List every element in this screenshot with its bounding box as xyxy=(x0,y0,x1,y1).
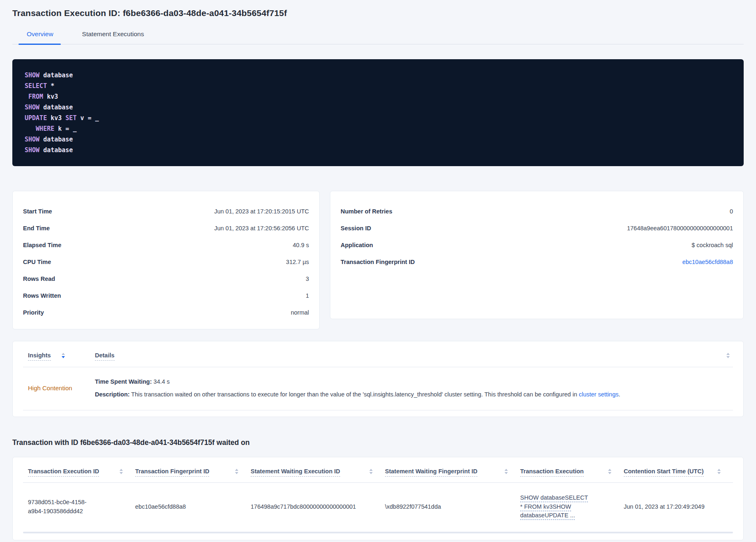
sql-text: database xyxy=(39,72,73,79)
detail-row-application: Application$ cockroach sql xyxy=(341,236,733,253)
time-spent-waiting-label: Time Spent Waiting: xyxy=(95,378,152,385)
summary-cards: Start TimeJun 01, 2023 at 17:20:15:2015 … xyxy=(12,191,744,329)
sql-text: kv3 xyxy=(47,114,65,122)
detail-row-priority: Prioritynormal xyxy=(23,304,309,321)
sql-keyword: WHERE xyxy=(36,125,54,132)
detail-value: Jun 01, 2023 at 17:20:15:2015 UTC xyxy=(214,208,309,215)
column-label[interactable]: Transaction Execution ID xyxy=(28,468,99,477)
detail-row-transaction-fingerprint-id: Transaction Fingerprint IDebc10ae56cfd88… xyxy=(341,253,733,270)
sort-icon[interactable] xyxy=(62,353,65,358)
page-title: Transaction Execution ID: f6be6366-da03-… xyxy=(12,0,744,18)
sort-up-arrow xyxy=(505,469,508,471)
sort-icon[interactable] xyxy=(235,469,238,474)
detail-row-session-id: Session ID17648a9eea60178000000000000000… xyxy=(341,220,733,236)
cell-statement-waiting-fingerprint-id: \xdb8922f077541dda xyxy=(385,502,520,511)
sort-icon[interactable] xyxy=(505,469,508,474)
sql-keyword: SELECT xyxy=(25,82,47,90)
session-details-card: Number of Retries0Session ID17648a9eea60… xyxy=(330,191,744,319)
detail-value: 17648a9eea6017800000000000000001 xyxy=(627,225,733,232)
column-header-transaction-execution-id: Transaction Execution ID xyxy=(23,468,135,477)
insights-card: Insights Details High Contention Time Sp… xyxy=(12,341,744,417)
column-label[interactable]: Contention Start Time (UTC) xyxy=(624,468,704,477)
sql-statements-block: SHOW databaseSELECT * FROM kv3SHOW datab… xyxy=(12,59,744,166)
tab-statement-executions[interactable]: Statement Executions xyxy=(82,30,144,44)
sort-icon[interactable] xyxy=(717,469,721,474)
detail-label: End Time xyxy=(23,225,50,232)
sort-down-arrow xyxy=(369,472,373,474)
detail-label: Application xyxy=(341,242,373,248)
sql-text xyxy=(25,93,28,100)
details-column-label[interactable]: Details xyxy=(95,352,115,361)
sort-icon[interactable] xyxy=(608,469,611,474)
sql-line: SHOW database xyxy=(25,102,731,113)
cell-contention-start-time: Jun 01, 2023 at 17:20:49:2049 xyxy=(624,502,733,511)
description-text: This transaction waited on other transac… xyxy=(130,391,579,398)
sort-down-arrow xyxy=(608,472,611,474)
sort-up-arrow xyxy=(608,469,611,471)
insights-column-label[interactable]: Insights xyxy=(28,352,51,361)
detail-label: Session ID xyxy=(341,225,371,232)
table-bottom-divider xyxy=(23,532,733,533)
sql-text: database xyxy=(39,136,73,143)
sort-icon[interactable] xyxy=(369,469,373,474)
transaction-fingerprint-link[interactable]: ebc10ae56cfd88a8 xyxy=(682,259,733,265)
cell-transaction-execution-id: 9738d051-bc0e-4158-a9b4-1903586ddd42 xyxy=(23,498,110,516)
waited-on-table-card: Transaction Execution IDTransaction Fing… xyxy=(12,457,744,540)
description-label: Description: xyxy=(95,391,130,398)
detail-label: Rows Written xyxy=(23,292,61,299)
transaction-execution-link[interactable]: SHOW databaseSELECT * FROM kv3SHOW datab… xyxy=(520,493,591,520)
waited-on-table-header: Transaction Execution IDTransaction Fing… xyxy=(23,468,733,483)
detail-value: 40.9 s xyxy=(293,242,309,248)
sort-up-arrow xyxy=(235,469,238,471)
detail-row-end-time: End TimeJun 01, 2023 at 17:20:56:2056 UT… xyxy=(23,220,309,236)
detail-label: Transaction Fingerprint ID xyxy=(341,259,415,265)
sort-down-arrow xyxy=(235,472,238,474)
cluster-settings-link[interactable]: cluster settings xyxy=(579,391,619,398)
insights-table-header: Insights Details xyxy=(23,352,733,367)
sql-text: database xyxy=(39,104,73,111)
table-row: 9738d051-bc0e-4158-a9b4-1903586ddd42ebc1… xyxy=(23,483,733,532)
sql-text: * xyxy=(47,82,54,90)
sort-up-arrow xyxy=(120,469,123,471)
detail-row-rows-read: Rows Read3 xyxy=(23,270,309,287)
sort-icon[interactable] xyxy=(120,469,123,474)
sort-down-arrow xyxy=(120,472,123,474)
detail-row-cpu-time: CPU Time312.7 µs xyxy=(23,253,309,270)
sql-text: k = _ xyxy=(54,125,76,132)
column-header-transaction-execution: Transaction Execution xyxy=(520,468,624,477)
column-label[interactable]: Statement Waiting Execution ID xyxy=(251,468,340,477)
time-spent-waiting: Time Spent Waiting: 34.4 s xyxy=(95,377,620,386)
cell-transaction-execution: SHOW databaseSELECT * FROM kv3SHOW datab… xyxy=(520,493,624,520)
detail-row-start-time: Start TimeJun 01, 2023 at 17:20:15:2015 … xyxy=(23,203,309,220)
detail-label: Number of Retries xyxy=(341,208,392,215)
column-header-contention-start-time-utc: Contention Start Time (UTC) xyxy=(624,468,733,477)
detail-row-elapsed-time: Elapsed Time40.9 s xyxy=(23,236,309,253)
sort-up-arrow xyxy=(369,469,373,471)
insight-description: Description: This transaction waited on … xyxy=(95,390,620,399)
waited-on-heading: Transaction with ID f6be6366-da03-48de-a… xyxy=(12,438,744,447)
column-label[interactable]: Transaction Fingerprint ID xyxy=(135,468,209,477)
tab-overview[interactable]: Overview xyxy=(27,30,53,44)
sql-line: FROM kv3 xyxy=(25,91,731,102)
sql-text xyxy=(25,125,36,132)
description-suffix: . xyxy=(618,391,620,398)
sql-line: WHERE k = _ xyxy=(25,123,731,134)
detail-value: 0 xyxy=(730,208,733,215)
cell-transaction-fingerprint-id: ebc10ae56cfd88a8 xyxy=(135,502,251,511)
detail-label: CPU Time xyxy=(23,259,51,265)
sql-keyword: SHOW xyxy=(25,104,39,111)
detail-label: Rows Read xyxy=(23,276,55,282)
sql-text: database xyxy=(39,146,73,154)
cell-statement-waiting-execution-id: 176498a9c717bdc80000000000000001 xyxy=(251,502,385,511)
insights-column-header: Insights xyxy=(23,352,95,361)
insight-row: High Contention Time Spent Waiting: 34.4… xyxy=(23,367,733,410)
column-label[interactable]: Transaction Execution xyxy=(520,468,584,477)
sql-keyword: SHOW xyxy=(25,72,39,79)
column-header-statement-waiting-fingerprint-id: Statement Waiting Fingerprint ID xyxy=(385,468,520,477)
column-label[interactable]: Statement Waiting Fingerprint ID xyxy=(385,468,477,477)
detail-label: Start Time xyxy=(23,208,52,215)
sql-line: SELECT * xyxy=(25,81,731,91)
sql-text: v = _ xyxy=(76,114,99,122)
insight-details: Time Spent Waiting: 34.4 s Description: … xyxy=(95,377,620,399)
sort-icon[interactable] xyxy=(726,353,730,358)
